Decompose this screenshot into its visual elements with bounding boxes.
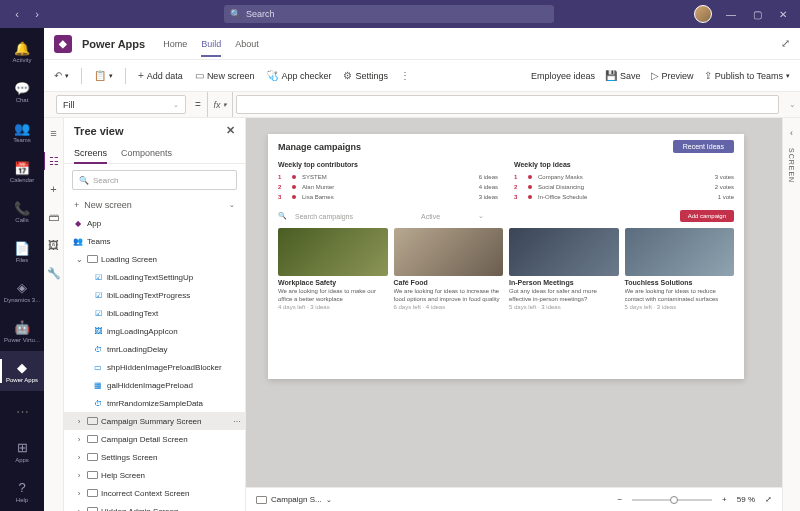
tree-view-icon[interactable]: ☷ bbox=[47, 154, 61, 168]
idea-row: 2Social Distancing2 votes bbox=[514, 182, 734, 192]
tree-node-screen[interactable]: ›Campaign Detail Screen bbox=[64, 430, 245, 448]
add-data-button[interactable]: +Add data bbox=[138, 70, 183, 81]
chevron-right-icon[interactable]: › bbox=[74, 435, 84, 444]
publish-button[interactable]: ⇪Publish to Teams▾ bbox=[704, 70, 790, 81]
campaign-card[interactable]: Touchless SolutionsWe are looking for id… bbox=[625, 228, 735, 310]
rail-calendar[interactable]: 📅Calendar bbox=[0, 152, 44, 192]
global-search-input[interactable]: 🔍 Search bbox=[224, 5, 554, 23]
tree-tab-components[interactable]: Components bbox=[121, 143, 172, 163]
campaign-card[interactable]: In-Person MeetingsGot any ideas for safe… bbox=[509, 228, 619, 310]
tree-node-screen[interactable]: ›Incorrect Context Screen bbox=[64, 484, 245, 502]
tab-about[interactable]: About bbox=[235, 31, 259, 57]
filter-dropdown[interactable]: Active bbox=[421, 213, 440, 220]
rail-files[interactable]: 📄Files bbox=[0, 232, 44, 272]
app-checker-button[interactable]: 🩺App checker bbox=[266, 70, 331, 81]
tree-node-control[interactable]: 🖼imgLoadingAppIcon bbox=[64, 322, 245, 340]
rail-teams[interactable]: 👥Teams bbox=[0, 112, 44, 152]
chevron-right-icon[interactable]: › bbox=[74, 489, 84, 498]
expand-formula-icon[interactable]: ⌄ bbox=[789, 92, 800, 117]
control-icon: ▦ bbox=[92, 380, 104, 390]
chevron-right-icon[interactable]: › bbox=[74, 471, 84, 480]
close-button[interactable]: ✕ bbox=[776, 7, 790, 21]
rail-apps[interactable]: ⊞Apps bbox=[0, 431, 44, 471]
tab-home[interactable]: Home bbox=[163, 31, 187, 57]
tree-node-control[interactable]: ▭shpHiddenImagePreloadBlocker bbox=[64, 358, 245, 376]
more-icon[interactable]: ⋯ bbox=[233, 417, 241, 426]
tree-node-control[interactable]: ☑lblLoadingTextSettingUp bbox=[64, 268, 245, 286]
chevron-right-icon[interactable]: › bbox=[74, 507, 84, 512]
tree-node-screen[interactable]: ›Settings Screen bbox=[64, 448, 245, 466]
zoom-out-button[interactable]: − bbox=[617, 495, 622, 504]
save-button[interactable]: 💾Save bbox=[605, 70, 641, 81]
campaign-search[interactable]: Search campaigns bbox=[295, 213, 353, 220]
canvas-area[interactable]: Manage campaignsRecent Ideas Weekly top … bbox=[246, 118, 782, 511]
screen-selector[interactable]: Campaign S...⌄ bbox=[256, 495, 332, 504]
user-avatar[interactable] bbox=[694, 5, 712, 23]
insert-icon[interactable]: + bbox=[47, 182, 61, 196]
tree-node-screen[interactable]: ›Hidden Admin Screen bbox=[64, 502, 245, 511]
overflow-button[interactable]: ⋮ bbox=[400, 70, 410, 81]
maximize-button[interactable]: ▢ bbox=[750, 7, 764, 21]
zoom-label: 59 % bbox=[737, 495, 755, 504]
media-icon[interactable]: 🖼 bbox=[47, 238, 61, 252]
rail-pva[interactable]: 🤖Power Virtu... bbox=[0, 311, 44, 351]
chevron-right-icon[interactable]: › bbox=[74, 417, 84, 426]
nav-forward-button[interactable]: › bbox=[28, 5, 46, 23]
formula-input[interactable] bbox=[236, 95, 779, 114]
tree-node-control[interactable]: ▦galHiddenImagePreload bbox=[64, 376, 245, 394]
rail-dynamics[interactable]: ◈Dynamics 3... bbox=[0, 272, 44, 312]
rail-chat[interactable]: 💬Chat bbox=[0, 72, 44, 112]
powerapps-icon: ◆ bbox=[14, 360, 30, 376]
employee-ideas-label: Employee ideas bbox=[531, 71, 595, 81]
preview-button[interactable]: ▷Preview bbox=[651, 70, 694, 81]
rail-calls[interactable]: 📞Calls bbox=[0, 192, 44, 232]
tree-node-control[interactable]: ☑lblLoadingText bbox=[64, 304, 245, 322]
rail-activity[interactable]: 🔔Activity bbox=[0, 32, 44, 72]
tree-node-app[interactable]: ◆App bbox=[64, 214, 245, 232]
hamburger-icon[interactable]: ≡ bbox=[47, 126, 61, 140]
apps-icon: ⊞ bbox=[14, 440, 30, 456]
card-description: We are looking for ideas to make our off… bbox=[278, 288, 388, 302]
zoom-in-button[interactable]: + bbox=[722, 495, 727, 504]
add-campaign-button[interactable]: Add campaign bbox=[680, 210, 734, 222]
close-tree-icon[interactable]: ✕ bbox=[226, 124, 235, 137]
tab-build[interactable]: Build bbox=[201, 31, 221, 57]
chevron-down-icon[interactable]: ⌄ bbox=[74, 255, 84, 264]
new-screen-button[interactable]: ▭New screen bbox=[195, 70, 255, 81]
app-name: Power Apps bbox=[82, 38, 145, 50]
tree-tab-screens[interactable]: Screens bbox=[74, 143, 107, 163]
campaign-card[interactable]: Café FoodWe are looking for ideas to inc… bbox=[394, 228, 504, 310]
rail-powerapps[interactable]: ◆Power Apps bbox=[0, 351, 44, 391]
tree-node-teams[interactable]: 👥Teams bbox=[64, 232, 245, 250]
right-collapsed-pane[interactable]: ‹ SCREEN bbox=[782, 118, 800, 511]
fit-icon[interactable]: ⤢ bbox=[765, 495, 772, 504]
undo-button[interactable]: ↶▾ bbox=[54, 70, 69, 81]
recent-ideas-button[interactable]: Recent Ideas bbox=[673, 140, 734, 153]
tree-node-screen[interactable]: ›Help Screen bbox=[64, 466, 245, 484]
property-selector[interactable]: Fill⌄ bbox=[56, 95, 186, 114]
card-meta: 4 days left · 3 ideas bbox=[278, 304, 388, 310]
tree-node-loading-screen[interactable]: ⌄Loading Screen bbox=[64, 250, 245, 268]
tree-node-control[interactable]: ☑lblLoadingTextProgress bbox=[64, 286, 245, 304]
zoom-slider[interactable] bbox=[632, 499, 712, 501]
chevron-right-icon[interactable]: › bbox=[74, 453, 84, 462]
campaign-card[interactable]: Workplace SafetyWe are looking for ideas… bbox=[278, 228, 388, 310]
tree-search-input[interactable]: 🔍Search bbox=[72, 170, 237, 190]
fx-label[interactable]: fx▾ bbox=[207, 92, 233, 117]
people-icon: 👥 bbox=[14, 120, 30, 136]
settings-button[interactable]: ⚙Settings bbox=[343, 70, 388, 81]
rail-more[interactable]: ⋯ bbox=[0, 391, 44, 431]
tree-node-control[interactable]: ⏱tmrRandomizeSampleData bbox=[64, 394, 245, 412]
tree-node-screen[interactable]: ›Campaign Summary Screen⋯ bbox=[64, 412, 245, 430]
popout-icon[interactable]: ⤢ bbox=[781, 37, 790, 50]
data-icon[interactable]: 🗃 bbox=[47, 210, 61, 224]
paste-button[interactable]: 📋▾ bbox=[94, 70, 113, 81]
nav-back-button[interactable]: ‹ bbox=[8, 5, 26, 23]
minimize-button[interactable]: — bbox=[724, 7, 738, 21]
tree-new-screen-button[interactable]: +New screen⌄ bbox=[64, 196, 245, 214]
chevron-left-icon: ‹ bbox=[790, 128, 793, 138]
rail-help[interactable]: ?Help bbox=[0, 471, 44, 511]
tree-node-control[interactable]: ⏱tmrLoadingDelay bbox=[64, 340, 245, 358]
control-icon: ☑ bbox=[92, 290, 104, 300]
advanced-icon[interactable]: 🔧 bbox=[47, 266, 61, 280]
